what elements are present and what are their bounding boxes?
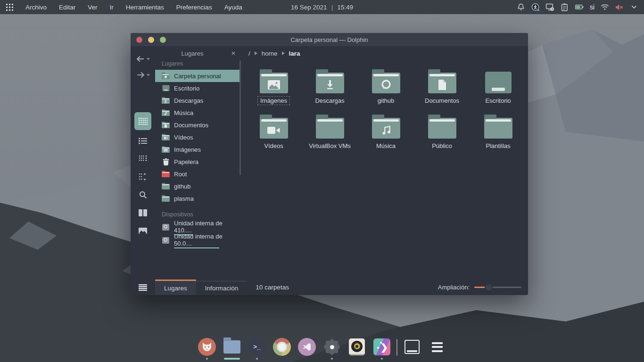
device-item-50[interactable]: Unidad interna de 50.0…	[155, 234, 241, 247]
menu-ayuda[interactable]: Ayuda	[218, 0, 248, 14]
dock-chromium[interactable]	[272, 338, 292, 360]
notifications-bell-icon[interactable]	[517, 3, 525, 11]
dock-app-menu[interactable]	[427, 338, 447, 360]
chromium-icon	[273, 338, 291, 356]
places-item-label: Documentos	[174, 122, 208, 129]
compact-view-button[interactable]	[134, 152, 151, 166]
places-panel: Lugares Lugares Carpeta personal	[155, 46, 241, 280]
details-view-button[interactable]	[134, 134, 151, 148]
folder-github[interactable]: github	[358, 64, 414, 109]
dock-file-manager[interactable]	[222, 338, 242, 360]
sort-button[interactable]	[134, 170, 151, 184]
places-item-label: plasma	[174, 195, 194, 202]
back-button[interactable]	[136, 51, 150, 67]
breadcrumb-root[interactable]: /	[248, 50, 250, 57]
folder-github-icon	[372, 64, 400, 93]
tray-expand-chevron-icon[interactable]	[630, 3, 638, 11]
places-item-musica[interactable]: Música	[155, 107, 241, 119]
folder-musica[interactable]: Música	[358, 109, 414, 155]
breadcrumb-lara[interactable]: lara	[289, 50, 300, 57]
places-scrollbar[interactable]	[239, 60, 241, 175]
folder-plantillas[interactable]: Plantillas	[470, 109, 526, 155]
folder-publico[interactable]: Público	[414, 109, 470, 155]
dock-terminal[interactable]: >_	[247, 338, 267, 360]
app-launcher-icon[interactable]	[0, 4, 19, 11]
zoom-slider-handle[interactable]	[485, 283, 493, 291]
dock-media-player[interactable]	[347, 338, 367, 360]
settings-icon	[323, 338, 341, 356]
split-view-button[interactable]	[134, 206, 151, 220]
zoom-slider[interactable]	[474, 287, 521, 288]
back-history-caret-icon	[147, 58, 150, 60]
places-item-papelera[interactable]: Papelera	[155, 156, 241, 168]
dock-image-viewer[interactable]: ❯	[372, 338, 392, 360]
places-item-imagenes[interactable]: Imágenes	[155, 143, 241, 156]
minimize-window-button[interactable]	[148, 37, 154, 43]
menu-editar[interactable]: Editar	[53, 0, 82, 14]
tab-lugares[interactable]: Lugares	[155, 280, 196, 295]
menu-ir[interactable]: Ir	[104, 0, 120, 14]
titlebar[interactable]: Carpeta personal — Dolphin	[131, 33, 528, 46]
folder-root-icon	[162, 171, 170, 177]
device-item-410[interactable]: Unidad interna de 410.…	[155, 221, 241, 234]
menu-ver[interactable]: Ver	[82, 0, 103, 14]
folder-descargas[interactable]: Descargas	[302, 64, 358, 109]
folder-imagenes[interactable]: Imágenes	[246, 64, 302, 109]
folder-videos[interactable]: Vídeos	[246, 109, 302, 155]
wifi-icon[interactable]	[601, 3, 609, 11]
places-item-videos[interactable]: Vídeos	[155, 131, 241, 143]
display-clock-icon[interactable]	[546, 3, 554, 11]
search-button[interactable]	[134, 188, 151, 202]
menu-herramientas[interactable]: Herramientas	[120, 0, 170, 14]
clipboard-icon[interactable]	[561, 3, 569, 11]
places-item-root[interactable]: Root	[155, 168, 241, 180]
breadcrumb-home[interactable]: home	[262, 50, 278, 57]
toolbar-strip	[131, 46, 155, 280]
battery-icon[interactable]	[575, 3, 584, 11]
dock-firefox[interactable]	[197, 338, 217, 360]
folder-documentos[interactable]: Documentos	[414, 64, 470, 109]
places-item-github[interactable]: github	[155, 180, 241, 192]
folder-escritorio[interactable]: Escritorio	[470, 64, 526, 109]
keyboard-layout-indicator[interactable]: si	[590, 3, 594, 11]
places-item-carpeta-personal[interactable]: Carpeta personal	[155, 70, 240, 82]
places-section-lugares: Lugares	[155, 58, 241, 70]
folder-icon	[162, 195, 170, 202]
folder-label: Imágenes	[257, 96, 290, 105]
icons-view-button[interactable]	[134, 112, 151, 130]
places-panel-title: Lugares	[155, 50, 230, 57]
running-indicator	[381, 358, 383, 360]
volume-muted-icon[interactable]	[615, 3, 624, 11]
dock-separator	[396, 339, 397, 356]
drive-harddisk-icon	[162, 224, 170, 230]
places-item-escritorio[interactable]: Escritorio	[155, 82, 241, 94]
places-panel-close-icon[interactable]	[230, 49, 237, 57]
forward-button[interactable]	[136, 67, 150, 83]
download-applet-icon[interactable]	[531, 3, 540, 11]
maximize-window-button[interactable]	[160, 37, 166, 43]
places-item-plasma[interactable]: plasma	[155, 192, 241, 205]
tab-informacion[interactable]: Información	[196, 280, 248, 295]
statusbar: Lugares Información 10 carpetas Ampliaci…	[131, 280, 528, 295]
folder-music-icon	[162, 109, 170, 116]
menu-archivo[interactable]: Archivo	[19, 0, 53, 14]
preview-button[interactable]	[134, 223, 151, 238]
dock-show-desktop[interactable]	[402, 338, 422, 360]
places-item-documentos[interactable]: Documentos	[155, 119, 241, 131]
user-desktop-icon	[162, 85, 170, 91]
hamburger-menu-icon[interactable]	[131, 280, 155, 295]
close-window-button[interactable]	[136, 37, 142, 43]
folder-virtualbox-vms[interactable]: VirtualBox VMs	[302, 109, 358, 155]
clock[interactable]: 16 Sep 2021 | 15:49	[291, 4, 353, 11]
dock-settings[interactable]	[322, 338, 342, 360]
places-item-descargas[interactable]: Descargas	[155, 94, 241, 107]
places-item-label: Papelera	[174, 158, 198, 165]
terminal-icon: >_	[248, 338, 266, 356]
vscode-icon	[298, 338, 316, 356]
menu-preferencias[interactable]: Preferencias	[170, 0, 218, 14]
folder-home-icon	[162, 73, 170, 79]
folder-plain-icon	[484, 109, 512, 139]
dock-vscode[interactable]	[297, 338, 317, 360]
folder-download-icon	[316, 64, 344, 93]
places-item-label: Escritorio	[174, 85, 199, 92]
